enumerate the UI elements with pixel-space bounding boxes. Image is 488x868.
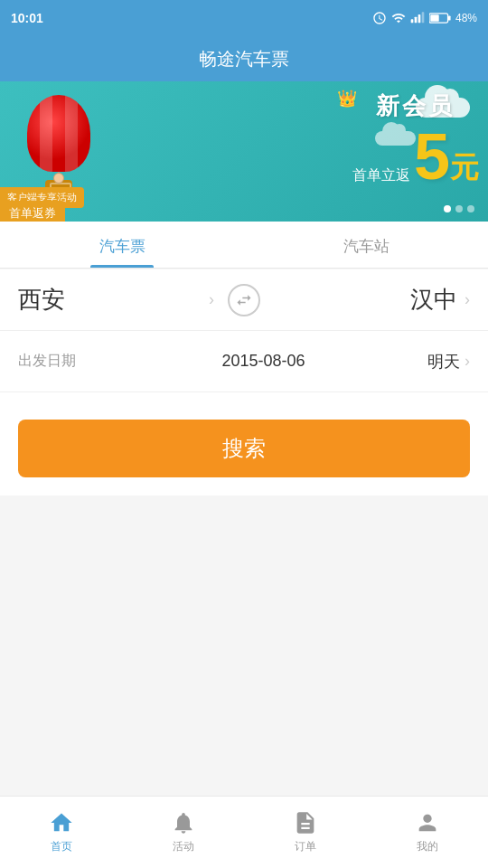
swap-button[interactable] [221,278,267,323]
date-shortcut-wrap[interactable]: 明天 › [427,351,470,373]
svg-rect-5 [430,14,438,22]
alarm-icon [372,11,387,25]
to-chevron-icon: › [465,290,470,309]
svg-rect-6 [448,15,451,20]
tab-bus-station[interactable]: 汽车站 [244,222,488,268]
balloon-stripe-2 [65,95,78,172]
yuan-unit: 元 [450,146,479,189]
date-shortcut-chevron: › [465,352,470,371]
dot-3 [467,205,474,212]
search-section: 搜索 [0,392,488,495]
dot-1 [444,205,451,212]
date-value: 2015-08-06 [99,352,427,371]
svg-rect-0 [411,19,414,23]
balloon-stripe-1 [40,95,52,172]
battery-icon [429,12,451,24]
wifi-icon [391,11,406,25]
first-order-return: 首单立返 [352,163,410,189]
date-label: 出发日期 [18,352,99,371]
date-row[interactable]: 出发日期 2015-08-06 明天 › [0,331,488,392]
tab-bus-ticket[interactable]: 汽车票 [0,222,244,268]
battery-percent: 48% [455,12,477,24]
nav-mine-label: 我的 [417,839,438,854]
status-bar: 10:01 48% [0,0,488,36]
search-form: 西安 › 汉中 › 出发日期 2015-08-06 明天 › [0,269,488,392]
nav-activities[interactable]: 活动 [122,797,244,868]
main-tabs: 汽车票 汽车站 [0,222,488,269]
person-head [53,173,64,184]
home-icon [49,810,74,835]
dot-2 [455,205,463,212]
balloon-top [27,95,90,172]
first-order-badge: 首单返券 [0,201,65,222]
balloon-illustration [27,95,90,200]
svg-rect-2 [418,14,421,23]
banner-pagination [444,205,474,212]
svg-rect-1 [415,17,418,24]
signal-icon [410,11,425,25]
nav-mine[interactable]: 我的 [366,797,488,868]
orders-icon [293,810,318,835]
to-city-wrap[interactable]: 汉中 › [267,284,470,316]
to-city: 汉中 [267,284,457,316]
tab-underline [90,265,154,268]
status-icons: 48% [372,11,477,25]
date-shortcut: 明天 [427,351,460,373]
svg-rect-3 [422,12,425,23]
nav-activities-label: 活动 [173,839,194,854]
new-member-text: 新会员 [352,90,479,122]
route-row: 西安 › 汉中 › [0,269,488,331]
discount-amount: 5 [414,124,450,189]
swap-icon [228,284,260,316]
app-header: 畅途汽车票 [0,36,488,81]
swap-arrows-svg [235,291,253,309]
from-city: 西安 [18,284,209,316]
promotional-banner[interactable]: 👑 新会员 首单立返 5 元 客户端专享活动 首单返券 [0,81,488,222]
nav-orders[interactable]: 订单 [244,797,366,868]
search-button[interactable]: 搜索 [18,420,470,477]
bottom-navigation: 首页 活动 订单 我的 [0,796,488,868]
nav-home[interactable]: 首页 [0,797,122,868]
from-chevron-icon: › [209,290,214,309]
bell-icon [171,810,196,835]
person-icon [415,810,440,835]
banner-text-area: 新会员 首单立返 5 元 [352,90,479,189]
nav-home-label: 首页 [51,839,72,854]
nav-orders-label: 订单 [295,839,316,854]
from-city-wrap[interactable]: 西安 › [18,284,221,316]
app-title: 畅途汽车票 [199,47,289,71]
status-time: 10:01 [11,11,43,25]
